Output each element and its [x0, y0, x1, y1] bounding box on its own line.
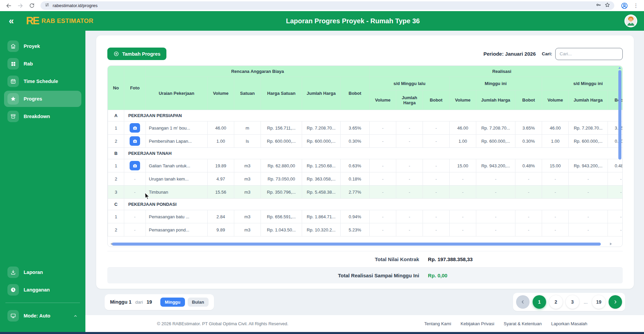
page-button-19[interactable]: 19: [592, 295, 606, 309]
browser-menu-icon[interactable]: ⋮: [632, 2, 640, 9]
reload-icon[interactable]: [28, 2, 36, 10]
next-page-button[interactable]: [609, 295, 622, 309]
cell: -: [396, 223, 423, 236]
footer-link-syarat-ketentuan[interactable]: Syarat & Ketentuan: [504, 321, 542, 326]
cell: 15.00: [450, 159, 476, 172]
vertical-scrollbar[interactable]: [618, 69, 621, 241]
page-button-2[interactable]: 2: [549, 295, 563, 309]
address-bar[interactable]: rabestimator.id/progres: [41, 1, 614, 10]
cell: -: [370, 172, 396, 186]
col-header-foto: Foto: [124, 66, 146, 110]
cell: Rp. 943.200,...: [476, 159, 515, 172]
chevron-up-icon: [73, 313, 78, 318]
cell: Rp. 350.796,...: [261, 186, 302, 199]
cell: -: [423, 159, 450, 172]
col-header-satuan: Satuan: [234, 77, 261, 110]
cell: m3: [234, 172, 261, 186]
col-header-volume: Volume: [450, 90, 476, 110]
horizontal-scrollbar-thumb[interactable]: [112, 243, 601, 246]
cell: Rp. 156.711,...: [261, 121, 302, 135]
table-row[interactable]: 2-Pemasangan pond...9.89m3Rp. 1.043.50..…: [108, 223, 623, 236]
sidebar-item-time-schedule[interactable]: Time Schedule: [4, 73, 81, 89]
toggle-bulan-button[interactable]: Bulan: [188, 298, 209, 307]
cell: -: [423, 210, 450, 223]
page-button-1[interactable]: 1: [533, 295, 546, 309]
footer-links: Tentang KamiKebijakan PrivasiSyarat & Ke…: [424, 321, 587, 326]
add-progress-button[interactable]: Tambah Progres: [107, 48, 166, 60]
cell: Rp. 62.880,00: [261, 159, 302, 172]
footer-link-laporkan-masalah[interactable]: Laporkan Masalah: [551, 321, 587, 326]
page-buttons-card: 123...19: [513, 293, 625, 311]
col-header-jumlah-harga: Jumlah Harga: [569, 90, 608, 110]
calendar-icon: [7, 76, 19, 87]
table-row[interactable]: 2-Urugan tanah kem...4.97m3Rp. 73.050,00…: [108, 172, 623, 186]
star-icon: [7, 93, 19, 105]
cell: 5.23%: [341, 223, 370, 236]
sidebar-item-proyek[interactable]: Proyek: [4, 38, 81, 54]
cell: Rp. 7.208.70...: [476, 121, 515, 135]
sidebar-collapse-button[interactable]: «: [9, 17, 14, 26]
table-row[interactable]: 3-Timbunan15.56m3Rp. 350.796,...Rp. 5.45…: [108, 186, 623, 199]
photo-camera-button[interactable]: [130, 123, 140, 133]
back-icon[interactable]: [5, 2, 13, 10]
week-label: Minggu 1: [110, 299, 132, 305]
col-header-no: No: [108, 66, 124, 110]
col-header-volume: Volume: [370, 90, 396, 110]
vertical-scrollbar-thumb[interactable]: [618, 70, 621, 160]
col-header-bobot: Bobot: [341, 77, 370, 110]
site-settings-icon[interactable]: [45, 2, 50, 9]
toggle-minggu-button[interactable]: Minggu: [160, 298, 185, 307]
prev-page-button[interactable]: [516, 295, 530, 309]
total-realisasi-value: Rp. 0,00: [428, 273, 448, 278]
cell-foto: [124, 135, 146, 148]
content-panel: Tambah Progres Periode: Januari 2026 Car…: [96, 35, 634, 289]
cell: 0.18%: [341, 172, 370, 186]
sidebar-item-mode[interactable]: Mode: Auto: [4, 308, 81, 324]
cell: 2.84: [208, 210, 234, 223]
footer-link-kebijakan-privasi[interactable]: Kebijakan Privasi: [461, 321, 494, 326]
footer-link-tentang-kami[interactable]: Tentang Kami: [424, 321, 451, 326]
page-button-3[interactable]: 3: [566, 295, 579, 309]
toolbar: Tambah Progres Periode: Januari 2026 Car…: [107, 48, 623, 60]
photo-camera-button[interactable]: [130, 161, 140, 170]
copyright-text: © 2026 RABEstimator. PT Global Optima Ci…: [157, 321, 288, 326]
cell: -: [542, 186, 569, 199]
sidebar-item-breakdown[interactable]: Breakdown: [4, 108, 81, 124]
cell: -: [569, 223, 608, 236]
sidebar: ProyekRabTime ScheduleProgresBreakdown L…: [0, 31, 85, 334]
table-row[interactable]: 1-Pemasangan batu ...2.84m3Rp. 656.591,.…: [108, 210, 623, 223]
page-ellipsis: ...: [582, 299, 589, 305]
cell: Rp. 943.200,...: [569, 159, 608, 172]
search-input[interactable]: [555, 48, 623, 60]
cell: -: [370, 159, 396, 172]
subgroup-sd-minggu-ini: s/d Minggu ini: [542, 77, 623, 90]
sidebar-item-progres[interactable]: Progres: [4, 91, 81, 107]
cell: Rp. 600.000,...: [569, 135, 608, 148]
bookmark-star-icon[interactable]: [605, 2, 610, 9]
table-row[interactable]: 1Galian Tanah untuk...19.89m3Rp. 62.880,…: [108, 159, 623, 172]
col-header-jumlah-harga: Jumlah Harga: [476, 90, 515, 110]
sidebar-bottom: LaporanLangganan Mode: Auto: [0, 263, 85, 325]
cell: 3.65%: [341, 121, 370, 135]
total-realisasi-label: Total Realisasi Sampai Minggu Ini: [107, 273, 419, 278]
clock-icon: [7, 284, 19, 296]
sidebar-item-langganan[interactable]: Langganan: [4, 282, 81, 298]
monitor-icon: [7, 310, 19, 322]
table-row[interactable]: 2Pembersihan Lapan...1.00lsRp. 600.000,.…: [108, 135, 623, 148]
photo-camera-button[interactable]: [130, 136, 140, 146]
sidebar-item-laporan[interactable]: Laporan: [4, 264, 81, 280]
horizontal-scrollbar[interactable]: [111, 243, 615, 246]
profile-icon[interactable]: [620, 2, 628, 10]
user-avatar[interactable]: [624, 15, 637, 27]
sidebar-item-rab[interactable]: Rab: [4, 56, 81, 72]
section-title: PEKERJAAN PERSIAPAN: [124, 110, 623, 121]
password-key-icon[interactable]: [596, 2, 601, 9]
url-text[interactable]: rabestimator.id/progres: [53, 3, 98, 8]
cell: Rp. 10.320.2...: [302, 223, 341, 236]
app-header: « RE RAB ESTIMATOR Laporan Progres Proye…: [0, 11, 644, 31]
cell: -: [423, 186, 450, 199]
table-row[interactable]: 1Pasangan 1 m' bou...46.00mRp. 156.711,.…: [108, 121, 623, 135]
cell: 1.00: [208, 135, 234, 148]
forward-icon[interactable]: [16, 2, 24, 10]
cell: -: [370, 223, 396, 236]
